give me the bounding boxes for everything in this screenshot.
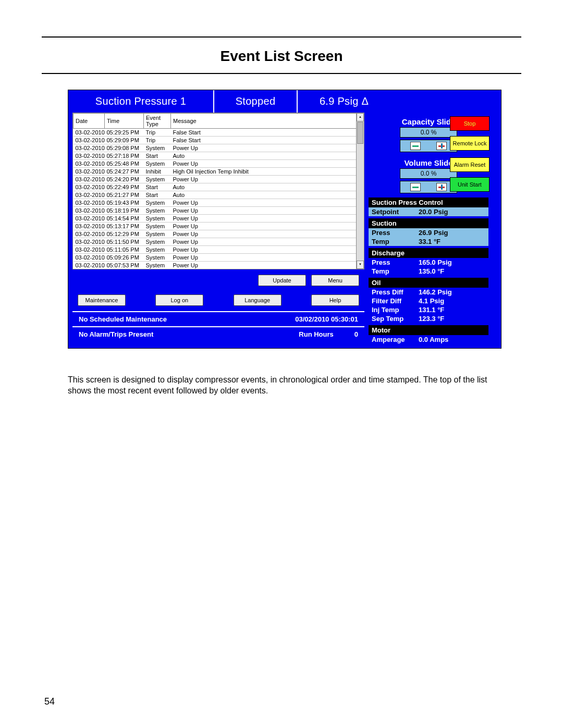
discharge-press-label: Press bbox=[372, 258, 419, 266]
col-time: Time bbox=[105, 114, 144, 129]
oil-filterdiff-value: 4.1 Psig bbox=[419, 297, 444, 305]
discharge-temp-label: Temp bbox=[372, 267, 419, 275]
table-row: 03-02-201005:24:27 PMInhibitHigh Oil Inj… bbox=[74, 168, 364, 176]
capacity-slide-value: 0.0 % bbox=[400, 127, 457, 138]
table-row: 03-02-201005:29:08 PMSystemPower Up bbox=[74, 144, 364, 152]
alarm-status-row: No Alarm/Trips Present Run Hours 0 bbox=[72, 326, 364, 341]
maintenance-status: No Scheduled Maintenance bbox=[79, 315, 167, 323]
motor-amperage-label: Amperage bbox=[372, 336, 419, 343]
logon-button[interactable]: Log on bbox=[155, 294, 203, 306]
header-status: Stopped bbox=[213, 90, 298, 113]
scroll-thumb[interactable] bbox=[357, 122, 363, 144]
oil-injtemp-value: 131.1 °F bbox=[419, 306, 444, 314]
volume-slide-value: 0.0 % bbox=[400, 168, 457, 179]
status-datetime: 03/02/2010 05:30:01 bbox=[295, 315, 358, 323]
oil-filterdiff-label: Filter Diff bbox=[372, 297, 419, 305]
discharge-temp-value: 135.0 °F bbox=[419, 267, 444, 275]
run-hours-label: Run Hours bbox=[299, 330, 333, 338]
col-type: Event Type bbox=[144, 114, 171, 129]
help-button[interactable]: Help bbox=[311, 294, 359, 306]
col-msg: Message bbox=[171, 114, 364, 129]
page-number: 54 bbox=[44, 696, 55, 707]
oil-header: Oil bbox=[369, 278, 488, 288]
table-row: 03-02-201005:22:49 PMStartAuto bbox=[74, 183, 364, 191]
page-title: Event List Screen bbox=[42, 38, 521, 73]
scroll-up-icon[interactable]: ▲ bbox=[357, 113, 364, 121]
header-suction-pressure: Suction Pressure 1 bbox=[68, 90, 213, 113]
suction-press-value: 26.9 Psig bbox=[419, 229, 448, 237]
capacity-plus-icon[interactable] bbox=[436, 142, 447, 150]
discharge-header: Discharge bbox=[369, 248, 488, 258]
alarm-reset-button[interactable]: Alarm Reset bbox=[450, 157, 489, 172]
menu-button[interactable]: Menu bbox=[311, 275, 359, 286]
motor-amperage-value: 0.0 Amps bbox=[419, 336, 448, 343]
header-bar: Suction Pressure 1 Stopped 6.9 Psig Δ bbox=[68, 90, 501, 113]
suction-header: Suction bbox=[369, 218, 488, 228]
table-row: 03-02-201005:11:50 PMSystemPower Up bbox=[74, 238, 364, 246]
table-row: 03-02-201005:12:29 PMSystemPower Up bbox=[74, 230, 364, 238]
scroll-down-icon[interactable]: ▼ bbox=[357, 261, 364, 269]
table-row: 03-02-201005:29:25 PMTripFalse Start bbox=[74, 129, 364, 137]
oil-pressdiff-value: 146.2 Psig bbox=[419, 288, 452, 296]
table-row: 03-02-201005:18:19 PMSystemPower Up bbox=[74, 207, 364, 215]
table-row: 03-02-201005:19:43 PMSystemPower Up bbox=[74, 199, 364, 207]
table-row: 03-02-201005:25:48 PMSystemPower Up bbox=[74, 160, 364, 168]
remote-lock-button[interactable]: Remote Lock bbox=[450, 136, 489, 151]
description-text: This screen is designed to display compr… bbox=[68, 375, 495, 397]
discharge-press-value: 165.0 Psig bbox=[419, 258, 452, 266]
table-row: 03-02-201005:14:54 PMSystemPower Up bbox=[74, 215, 364, 223]
event-list: Date Time Event Type Message 03-02-20100… bbox=[72, 113, 364, 269]
suction-press-label: Press bbox=[372, 229, 419, 237]
setpoint-value: 20.0 Psig bbox=[419, 208, 448, 216]
maintenance-status-row: No Scheduled Maintenance 03/02/2010 05:3… bbox=[72, 311, 364, 326]
volume-minus-icon[interactable] bbox=[410, 183, 421, 191]
col-date: Date bbox=[74, 114, 105, 129]
alarm-status: No Alarm/Trips Present bbox=[79, 330, 153, 338]
oil-septemp-value: 123.3 °F bbox=[419, 315, 444, 323]
table-row: 03-02-201005:13:17 PMSystemPower Up bbox=[74, 223, 364, 230]
header-pressure: 6.9 Psig Δ bbox=[298, 90, 390, 113]
maintenance-button[interactable]: Maintenance bbox=[78, 294, 126, 306]
suction-temp-value: 33.1 °F bbox=[419, 238, 440, 245]
suction-temp-label: Temp bbox=[372, 238, 419, 245]
oil-septemp-label: Sep Temp bbox=[372, 315, 419, 323]
language-button[interactable]: Language bbox=[234, 294, 282, 306]
motor-header: Motor bbox=[369, 325, 488, 335]
hmi-screenshot: Suction Pressure 1 Stopped 6.9 Psig Δ Da… bbox=[68, 90, 501, 349]
suction-press-control-header: Suction Press Control bbox=[369, 198, 488, 207]
run-hours-value: 0 bbox=[354, 330, 358, 338]
stop-button[interactable]: Stop bbox=[450, 116, 489, 131]
table-row: 03-02-201005:09:26 PMSystemPower Up bbox=[74, 254, 364, 262]
table-row: 03-02-201005:11:05 PMSystemPower Up bbox=[74, 246, 364, 254]
setpoint-label: Setpoint bbox=[372, 208, 419, 216]
event-scrollbar[interactable]: ▲ ▼ bbox=[356, 113, 364, 269]
oil-pressdiff-label: Press Diff bbox=[372, 288, 419, 296]
table-row: 03-02-201005:29:09 PMTripFalse Start bbox=[74, 137, 364, 144]
table-row: 03-02-201005:27:18 PMStartAuto bbox=[74, 152, 364, 160]
oil-injtemp-label: Inj Temp bbox=[372, 306, 419, 314]
volume-plus-icon[interactable] bbox=[436, 183, 447, 191]
table-row: 03-02-201005:07:53 PMSystemPower Up bbox=[74, 262, 364, 269]
update-button[interactable]: Update bbox=[258, 275, 306, 286]
table-row: 03-02-201005:24:20 PMSystemPower Up bbox=[74, 176, 364, 183]
unit-start-button[interactable]: Unit Start bbox=[450, 177, 489, 192]
capacity-minus-icon[interactable] bbox=[410, 142, 421, 150]
table-row: 03-02-201005:21:27 PMStartAuto bbox=[74, 191, 364, 199]
